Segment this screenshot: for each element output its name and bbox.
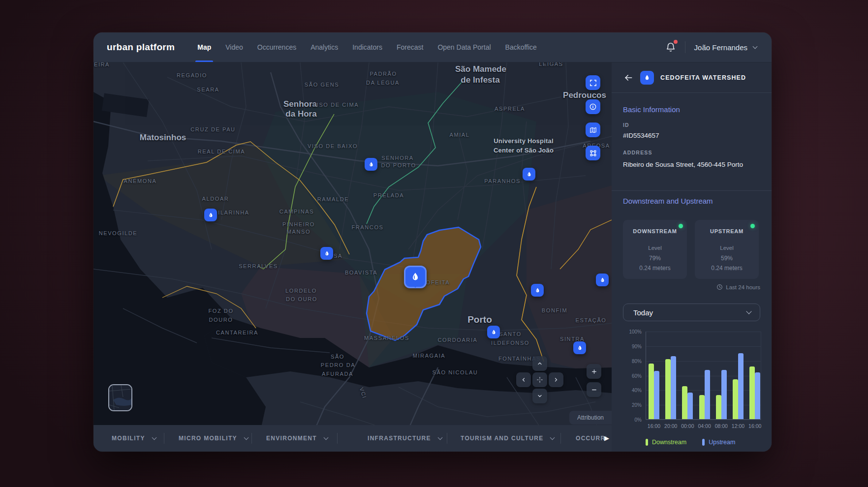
footer-divider [447,433,447,444]
x-axis-tick-label: 16:00 [648,423,660,429]
y-axis-tick-label: 0% [635,417,642,423]
footer-divider [337,433,338,444]
pan-down-button[interactable] [532,389,547,403]
downstream-bar [716,395,721,419]
category-label: TOURISM AND CULTURE [461,435,543,442]
back-button[interactable] [622,72,634,84]
downstream-bar [682,386,687,419]
category-mobility[interactable]: MOBILITY [112,425,156,452]
nav-item-analytics[interactable]: Analytics [310,32,338,62]
meters-value: 0.24 meters [695,265,759,272]
y-axis-tick-label: 100% [629,329,642,335]
minimap-preview [109,385,131,410]
upstream-bar [671,356,676,419]
fullscreen-button[interactable] [586,75,600,90]
notification-dot [674,40,678,44]
meters-value: 0.24 meters [623,265,687,272]
app-window: urban platform MapVideoOccurrencesAnalyt… [93,32,772,452]
level-value: 59% [695,255,759,262]
water-sensor-marker[interactable] [523,168,535,181]
id-label: ID [623,122,629,128]
panel-title: CEDOFEITA WATERSHED [660,74,746,81]
address-value: Ribeiro de Sousa Street, 4560-445 Porto [623,161,743,168]
frame-select-button[interactable] [586,146,600,160]
map-canvas[interactable]: EIRALEIGASREGADIOSEARASÃO GENSPADRÃODA L… [93,62,612,452]
category-environment[interactable]: ENVIRONMENT [266,425,328,452]
pan-center-button[interactable] [532,372,547,387]
time-range-dropdown[interactable]: Today [623,304,760,321]
user-menu[interactable]: João Fernandes [694,43,757,52]
selected-water-marker[interactable] [404,266,427,288]
category-label: INFRASTRUCTURE [368,435,431,442]
upstream-bar [755,372,760,419]
level-value: 79% [623,255,687,262]
chevron-down-icon [550,435,555,440]
layers-map-button[interactable] [586,122,600,137]
chevron-down-icon [244,435,248,440]
water-sensor-marker[interactable] [531,284,544,297]
water-sensor-marker[interactable] [487,326,500,338]
downstream-card: DOWNSTREAM Level 79% 0.24 meters [623,220,687,279]
category-label: MOBILITY [112,435,145,442]
category-label: MICRO MOBILITY [179,435,237,442]
streams-title: Downstream and Upstream [623,197,713,205]
pan-left-button[interactable] [516,372,531,387]
card-name: UPSTREAM [695,228,759,234]
nav-item-occurrences[interactable]: Occurrences [257,32,296,62]
period-label: Last 24 hours [726,284,760,290]
water-sensor-marker[interactable] [596,274,609,286]
nav-right: João Fernandes [665,41,757,53]
nav-item-open-data-portal[interactable]: Open Data Portal [437,32,491,62]
category-occurrences[interactable]: OCCURRENCES [576,425,606,452]
chevron-down-icon [324,435,329,440]
attribution-label: Attribution [577,414,604,421]
panel-header: CEDOFEITA WATERSHED [612,62,772,92]
nav-item-indicators[interactable]: Indicators [352,32,382,62]
upstream-bar [738,353,744,419]
attribution-button[interactable]: Attribution [569,411,612,425]
pan-up-button[interactable] [532,356,547,371]
upstream-bar [687,393,693,419]
upstream-bar [705,370,710,419]
chevron-down-icon [152,435,156,440]
chart-legend: DownstreamUpstream [646,439,735,446]
category-label: ENVIRONMENT [266,435,317,442]
clock-icon [716,284,723,290]
nav-item-video[interactable]: Video [225,32,243,62]
y-axis-tick-label: 60% [632,373,642,378]
category-micro-mobility[interactable]: MICRO MOBILITY [179,425,248,452]
legend-swatch [702,439,705,446]
downstream-bar [665,359,671,419]
minimap[interactable] [108,384,132,411]
id-value: #ID5534657 [623,132,659,139]
zoom-out-button[interactable] [587,382,601,397]
divider [612,190,772,191]
nav-items: MapVideoOccurrencesAnalyticsIndicatorsFo… [197,32,537,62]
nav-item-forecast[interactable]: Forecast [397,32,423,62]
zoom-in-button[interactable] [587,364,601,379]
nav-item-map[interactable]: Map [197,32,211,62]
water-sensor-marker[interactable] [320,247,333,260]
water-sensor-marker[interactable] [204,209,217,221]
scroll-right-icon[interactable]: ▶ [604,434,609,442]
legend-item-downstream: Downstream [646,439,686,446]
downstream-bar [749,366,755,419]
legend-label: Upstream [709,439,735,446]
category-label: OCCURRENCES [576,435,606,442]
category-tourism-and-culture[interactable]: TOURISM AND CULTURE [461,425,554,452]
chart-gridline [646,346,761,347]
status-online-dot [679,224,683,228]
legend-swatch [646,439,648,446]
x-axis-tick-label: 00:00 [681,423,694,429]
chart-gridline [646,332,761,332]
water-sensor-marker[interactable] [573,341,586,354]
water-sensor-marker[interactable] [365,158,377,171]
nav-item-backoffice[interactable]: Backoffice [505,32,537,62]
footer-divider [560,433,561,444]
divider [612,92,772,93]
category-infrastructure[interactable]: INFRASTRUCTURE [368,425,442,452]
pan-right-button[interactable] [549,372,563,387]
notifications-bell-icon[interactable] [665,42,676,53]
y-axis-tick-label: 20% [632,402,642,408]
info-button[interactable] [586,99,600,114]
